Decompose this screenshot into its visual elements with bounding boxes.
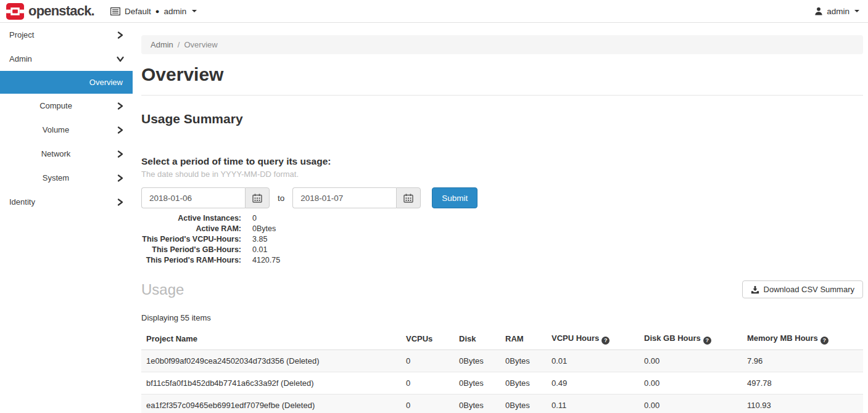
col-project-name[interactable]: Project Name [141, 329, 401, 350]
stat-ram-hours: This Period's RAM-Hours: 4120.75 [141, 255, 863, 266]
context-project: admin [163, 7, 186, 16]
date-from-input[interactable] [141, 187, 245, 208]
date-from-group [141, 187, 270, 208]
sidebar: Project Admin Overview Compute Volume Ne… [0, 23, 133, 214]
cell-disk-gb-hours: 0.00 [639, 350, 742, 372]
cell-project-name: ea1f2f357c09465eb6991edf7079efbe (Delete… [141, 394, 401, 413]
usage-summary-heading: Usage Summary [141, 112, 863, 126]
sidebar-item-label: System [43, 173, 69, 182]
cell-vcpu-hours: 0.49 [547, 372, 639, 394]
calendar-icon [403, 194, 413, 203]
table-row: bf11c5fa0f1b452db4b7741a6c33a92f (Delete… [141, 372, 863, 394]
sidebar-item-label: Identity [9, 197, 35, 206]
sidebar-item-identity[interactable]: Identity [0, 190, 133, 214]
date-format-hint: The date should be in YYYY-MM-DD format. [141, 170, 863, 179]
col-vcpus[interactable]: VCPUs [401, 329, 454, 350]
download-csv-label: Download CSV Summary [764, 285, 854, 294]
download-csv-button[interactable]: Download CSV Summary [742, 280, 863, 298]
cell-disk: 0Bytes [454, 350, 500, 372]
stat-value: 4120.75 [252, 255, 280, 266]
col-memory-mb-hours[interactable]: Memory MB Hours? [742, 329, 863, 350]
topbar: openstack. Default ● admin admin [0, 0, 868, 23]
sidebar-item-overview[interactable]: Overview [0, 71, 133, 94]
cell-ram: 0Bytes [500, 372, 547, 394]
usage-section-header: Usage Download CSV Summary [141, 280, 863, 298]
table-row: 1e0b0f99af0249cea24502034d73d356 (Delete… [141, 350, 863, 372]
col-disk[interactable]: Disk [454, 329, 500, 350]
help-icon[interactable]: ? [601, 337, 610, 345]
sidebar-item-label: Admin [9, 54, 32, 63]
sidebar-item-volume[interactable]: Volume [0, 118, 133, 142]
sidebar-item-project[interactable]: Project [0, 23, 133, 47]
context-domain: Default [125, 7, 151, 16]
sidebar-item-system[interactable]: System [0, 166, 133, 190]
stat-label: This Period's VCPU-Hours: [141, 234, 241, 245]
cell-disk: 0Bytes [454, 394, 500, 413]
stat-value: 3.85 [252, 234, 267, 245]
stat-vcpu-hours: This Period's VCPU-Hours: 3.85 [141, 234, 863, 245]
help-icon[interactable]: ? [820, 337, 829, 345]
usage-table: Project Name VCPUs Disk RAM VCPU Hours? … [141, 329, 863, 413]
user-menu[interactable]: admin [814, 7, 859, 16]
chevron-right-icon [117, 198, 123, 206]
cell-memory-mb-hours: 7.96 [742, 350, 863, 372]
date-prompt: Select a period of time to query its usa… [141, 156, 863, 167]
sidebar-item-label: Volume [43, 125, 69, 134]
breadcrumb: Admin / Overview [141, 35, 863, 54]
cell-disk-gb-hours: 0.00 [639, 394, 742, 413]
sidebar-item-label: Overview [89, 78, 123, 87]
chevron-right-icon [117, 31, 123, 39]
cell-vcpus: 0 [401, 372, 454, 394]
context-switcher[interactable]: Default ● admin [110, 7, 197, 16]
chevron-down-icon [117, 56, 124, 62]
calendar-addon-button[interactable] [396, 187, 421, 208]
download-icon [751, 285, 759, 294]
user-icon [814, 7, 823, 15]
brand-wordmark: openstack. [28, 3, 94, 19]
stat-value: 0Bytes [252, 224, 276, 234]
usage-stats: Active Instances: 0 Active RAM: 0Bytes T… [141, 213, 863, 266]
cell-ram: 0Bytes [500, 350, 547, 372]
sidebar-item-label: Compute [39, 101, 72, 110]
cell-ram: 0Bytes [500, 394, 547, 413]
cell-memory-mb-hours: 110.93 [742, 394, 863, 413]
submit-button[interactable]: Submit [432, 187, 477, 208]
date-to-input[interactable] [292, 187, 396, 208]
cell-vcpu-hours: 0.01 [547, 350, 639, 372]
breadcrumb-separator: / [178, 40, 180, 49]
table-header-row: Project Name VCPUs Disk RAM VCPU Hours? … [141, 329, 863, 350]
cell-disk-gb-hours: 0.00 [639, 372, 742, 394]
stat-label: This Period's RAM-Hours: [141, 255, 241, 266]
calendar-addon-button[interactable] [245, 187, 270, 208]
chevron-right-icon [117, 126, 123, 134]
caret-down-icon [854, 10, 859, 12]
col-ram[interactable]: RAM [500, 329, 547, 350]
help-icon[interactable]: ? [703, 337, 711, 345]
page-title: Overview [141, 64, 863, 85]
sidebar-item-label: Project [9, 30, 34, 39]
brand[interactable]: openstack. [6, 3, 94, 20]
sidebar-item-network[interactable]: Network [0, 142, 133, 166]
cell-vcpu-hours: 0.11 [547, 394, 639, 413]
to-label: to [278, 194, 284, 203]
sidebar-item-admin[interactable]: Admin [0, 47, 133, 71]
cell-vcpus: 0 [401, 350, 454, 372]
date-to-group [292, 187, 421, 208]
sidebar-item-label: Network [41, 149, 71, 158]
usage-heading: Usage [141, 281, 184, 298]
stat-label: Active Instances: [141, 213, 241, 224]
col-vcpu-hours[interactable]: VCPU Hours? [547, 329, 639, 350]
cell-vcpus: 0 [401, 394, 454, 413]
stat-label: Active RAM: [141, 224, 241, 234]
cell-project-name: 1e0b0f99af0249cea24502034d73d356 (Delete… [141, 350, 401, 372]
table-row: ea1f2f357c09465eb6991edf7079efbe (Delete… [141, 394, 863, 413]
col-disk-gb-hours[interactable]: Disk GB Hours? [639, 329, 742, 350]
breadcrumb-admin[interactable]: Admin [151, 40, 173, 49]
sidebar-item-compute[interactable]: Compute [0, 94, 133, 118]
domain-list-icon [110, 7, 120, 15]
calendar-icon [252, 194, 262, 203]
user-name: admin [827, 7, 849, 16]
cell-memory-mb-hours: 497.78 [742, 372, 863, 394]
dot-separator-icon: ● [155, 7, 160, 15]
main-content: Admin / Overview Overview Usage Summary … [141, 23, 863, 413]
